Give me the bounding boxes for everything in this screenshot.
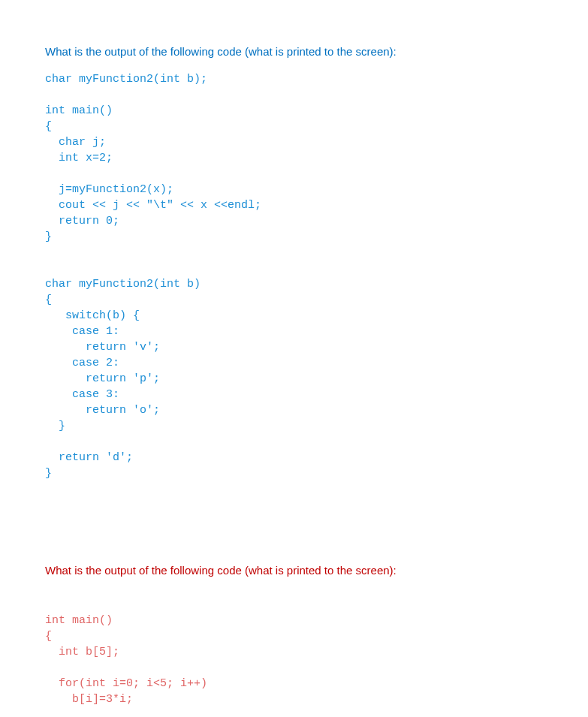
section-divider <box>45 481 543 564</box>
question-1-code: char myFunction2(int b); int main() { ch… <box>45 71 543 481</box>
question-1-prompt: What is the output of the following code… <box>45 45 543 58</box>
question-2-code: int main() { int b[5]; for(int i=0; i<5;… <box>45 613 543 717</box>
question-2-prompt: What is the output of the following code… <box>45 564 543 577</box>
gap <box>45 590 543 613</box>
